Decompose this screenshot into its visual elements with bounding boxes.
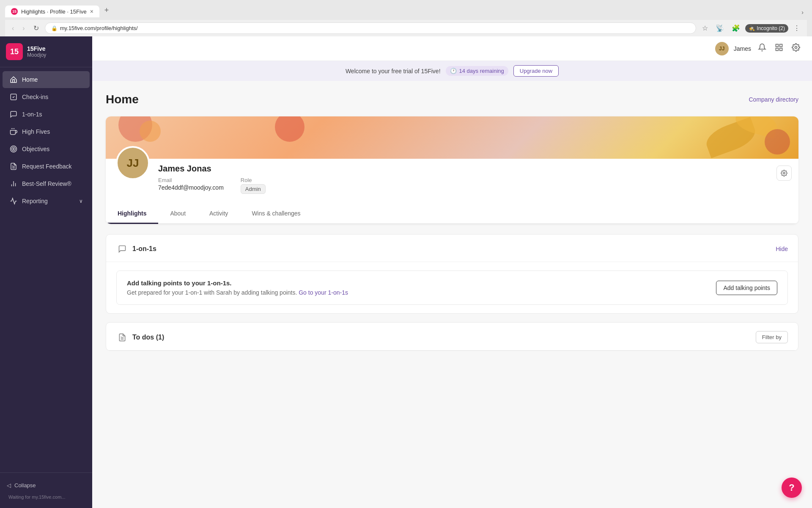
new-tab-button[interactable]: + xyxy=(100,3,113,17)
browser-chrome: 15 Highlights · Profile · 15Five × + › ‹… xyxy=(0,0,812,36)
incognito-badge: 🕵️ Incognito (2) xyxy=(745,24,788,33)
talking-points-text: Add talking points to your 1-on-1s. Get … xyxy=(127,279,708,296)
svg-rect-14 xyxy=(776,48,779,51)
sidebar-item-check-ins[interactable]: Check-ins xyxy=(3,88,90,105)
browser-menu-button[interactable]: ⋮ xyxy=(791,22,803,34)
brand-name: 15Five xyxy=(27,45,46,52)
tab-list-chevron[interactable]: › xyxy=(798,7,807,17)
one-on-ones-icon xyxy=(116,243,128,255)
tab-about[interactable]: About xyxy=(158,204,198,224)
sidebar-status: Waiting for my.15five.com... xyxy=(3,493,90,503)
header-username: James xyxy=(734,45,751,52)
page-header: Home Company directory xyxy=(106,93,798,106)
browser-actions: ☆ 📡 🧩 🕵️ Incognito (2) ⋮ xyxy=(700,22,803,34)
incognito-label: Incognito (2) xyxy=(757,25,785,31)
sidebar-item-home[interactable]: Home xyxy=(3,71,90,88)
tab-favicon: 15 xyxy=(11,8,18,15)
sidebar-item-request-feedback[interactable]: Request Feedback xyxy=(3,158,90,175)
browser-tabs: 15 Highlights · Profile · 15Five × + › xyxy=(5,3,807,17)
collapse-button[interactable]: ◁ Collapse xyxy=(3,478,90,493)
app-container: 15 15Five Moodjoy Home Check-ins xyxy=(0,36,812,508)
sidebar-bottom: ◁ Collapse Waiting for my.15five.com... xyxy=(0,472,92,508)
talking-points-title: Add talking points to your 1-on-1s. xyxy=(127,279,708,287)
browser-toolbar: ‹ › ↻ 🔒 my.15five.com/profile/highlights… xyxy=(5,20,807,36)
todos-section: To dos (1) Filter by xyxy=(106,322,798,351)
banner-circle-3 xyxy=(275,116,304,142)
header-avatar: JJ xyxy=(715,42,729,55)
home-icon xyxy=(9,75,18,84)
profile-details: James Jonas Email 7ede4ddf@moodjoy.com R… xyxy=(158,159,788,194)
best-self-icon xyxy=(9,179,18,188)
brand-logo: 15 xyxy=(6,43,23,60)
1on1s-icon xyxy=(9,110,18,119)
reporting-arrow-icon: ∨ xyxy=(79,198,83,204)
banner-circle-4 xyxy=(765,129,790,155)
upgrade-button[interactable]: Upgrade now xyxy=(513,65,559,77)
profile-settings-button[interactable] xyxy=(776,166,792,181)
settings-button[interactable] xyxy=(790,41,802,55)
notifications-button[interactable] xyxy=(756,41,768,55)
back-button[interactable]: ‹ xyxy=(9,23,16,34)
talking-points-desc: Get prepared for your 1-on-1 with Sarah … xyxy=(127,289,708,296)
trial-text: Welcome to your free trial of 15Five! xyxy=(346,68,441,75)
collapse-icon: ◁ xyxy=(7,482,11,489)
trial-clock-icon: 🕐 xyxy=(450,68,457,74)
go-to-1on1s-link[interactable]: Go to your 1-on-1s xyxy=(299,289,348,296)
one-on-ones-header: 1-on-1s Hide xyxy=(106,235,798,262)
sidebar-item-best-self[interactable]: Best-Self Review® xyxy=(3,175,90,192)
svg-rect-12 xyxy=(776,44,779,47)
sidebar-item-best-self-label: Best-Self Review® xyxy=(22,180,71,187)
one-on-ones-body: Add talking points to your 1-on-1s. Get … xyxy=(106,262,798,313)
tab-title: Highlights · Profile · 15Five xyxy=(21,8,87,15)
todos-header: To dos (1) Filter by xyxy=(106,323,798,351)
one-on-ones-section: 1-on-1s Hide Add talking points to your … xyxy=(106,234,798,314)
company-directory-link[interactable]: Company directory xyxy=(749,96,799,103)
page-content: Home Company directory JJ xyxy=(92,81,812,508)
svg-point-17 xyxy=(783,172,785,174)
profile-role-item: Role Admin xyxy=(241,177,266,194)
sidebar-item-1on1s[interactable]: 1-on-1s xyxy=(3,106,90,123)
sidebar-item-request-feedback-label: Request Feedback xyxy=(22,163,72,170)
tab-activity[interactable]: Activity xyxy=(198,204,240,224)
forward-button[interactable]: › xyxy=(20,23,27,34)
request-feedback-icon xyxy=(9,162,18,171)
profile-meta: Email 7ede4ddf@moodjoy.com Role Admin xyxy=(158,177,788,194)
trial-days-badge: 🕐 14 days remaining xyxy=(446,66,508,76)
sidebar-item-reporting-label: Reporting xyxy=(22,198,48,204)
high-fives-icon xyxy=(9,127,18,136)
main-content: JJ James Welcome to your free trial of 1… xyxy=(92,36,812,508)
profile-name: James Jonas xyxy=(158,164,788,174)
trial-days-label: 14 days remaining xyxy=(459,68,504,74)
role-label: Role xyxy=(241,177,266,183)
tab-highlights[interactable]: Highlights xyxy=(106,204,158,224)
sidebar-item-reporting[interactable]: Reporting ∨ xyxy=(3,193,90,210)
banner-circle-2 xyxy=(140,121,161,142)
sidebar-item-objectives[interactable]: Objectives xyxy=(3,141,90,157)
collapse-label: Collapse xyxy=(14,482,36,489)
reporting-icon xyxy=(9,197,18,205)
hide-section-link[interactable]: Hide xyxy=(776,246,788,252)
incognito-icon: 🕵️ xyxy=(749,25,755,31)
reload-button[interactable]: ↻ xyxy=(31,22,41,34)
top-header: JJ James xyxy=(92,36,812,61)
address-bar[interactable]: 🔒 my.15five.com/profile/highlights/ xyxy=(45,22,697,34)
todos-title-row: To dos (1) xyxy=(116,331,164,343)
cast-icon[interactable]: 📡 xyxy=(713,22,727,34)
tab-close-btn[interactable]: × xyxy=(90,8,93,15)
lock-icon: 🔒 xyxy=(51,25,58,31)
sidebar-nav: Home Check-ins 1-on-1s High Fives xyxy=(0,67,92,472)
sidebar: 15 15Five Moodjoy Home Check-ins xyxy=(0,36,92,508)
extension-icon[interactable]: 🧩 xyxy=(729,22,743,34)
grid-view-button[interactable] xyxy=(773,41,785,55)
add-talking-points-button[interactable]: Add talking points xyxy=(716,281,777,295)
talking-points-card: Add talking points to your 1-on-1s. Get … xyxy=(116,271,788,305)
todos-title: To dos (1) xyxy=(132,334,164,341)
bookmark-icon[interactable]: ☆ xyxy=(700,22,710,34)
help-button[interactable]: ? xyxy=(782,478,802,498)
tab-wins-challenges[interactable]: Wins & challenges xyxy=(240,204,312,224)
sidebar-item-1on1s-label: 1-on-1s xyxy=(22,111,42,118)
profile-email-item: Email 7ede4ddf@moodjoy.com xyxy=(158,177,224,194)
active-tab[interactable]: 15 Highlights · Profile · 15Five × xyxy=(5,6,99,17)
filter-by-button[interactable]: Filter by xyxy=(756,331,788,343)
sidebar-item-high-fives[interactable]: High Fives xyxy=(3,123,90,140)
